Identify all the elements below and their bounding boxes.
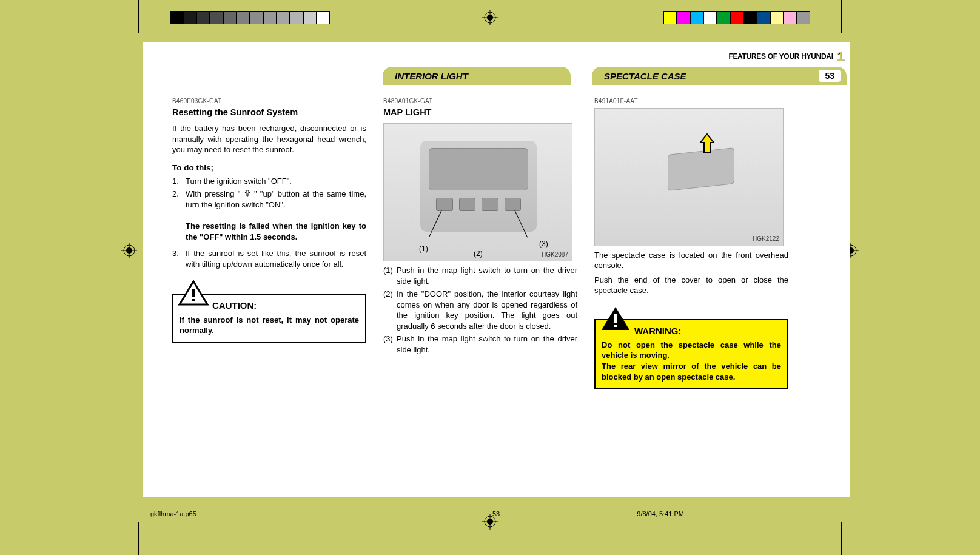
- crop-mark: [841, 0, 842, 33]
- registration-mark-icon: [482, 10, 498, 25]
- svg-rect-18: [614, 314, 617, 323]
- column-spectacle-case: B491A01F-AAT HGK2122 The spectacle case …: [594, 97, 788, 389]
- callout-item: (1)Push in the map light switch to turn …: [383, 265, 577, 286]
- svg-rect-19: [614, 325, 617, 327]
- document-page: FEATURES OF YOUR HYUNDAI 1 INTERIOR LIGH…: [143, 42, 850, 497]
- svg-rect-16: [192, 289, 195, 297]
- grayscale-colorbar: [170, 11, 330, 24]
- callout-item: (3)Push in the map light switch to turn …: [383, 334, 577, 355]
- column-sunroof-reset: B460E03GK-GAT Resetting the Sunroof Syst…: [172, 97, 366, 343]
- procedure-code: B480A01GK-GAT: [383, 97, 577, 106]
- callout-label: (2): [474, 249, 483, 258]
- section-heading: Resetting the Sunroof System: [172, 107, 366, 119]
- caution-text: If the sunroof is not reset, it may not …: [180, 315, 359, 336]
- footer-page: 53: [492, 510, 500, 517]
- crop-mark: [109, 517, 137, 517]
- step-item: 1.Turn the ignition switch "OFF".: [172, 176, 366, 187]
- warning-triangle-icon: [600, 306, 631, 332]
- body-text: If the battery has been recharged, disco…: [172, 123, 366, 155]
- crop-mark: [138, 0, 139, 33]
- push-arrow-icon: [698, 133, 716, 158]
- up-arrow-icon: [244, 189, 251, 200]
- column-map-light: B480A01GK-GAT MAP LIGHT (1) (2) (3) HGK2…: [383, 97, 577, 357]
- reset-failure-note: The resetting is failed when the ignitio…: [186, 221, 366, 241]
- warning-box: WARNING: Do not open the spectacle case …: [594, 319, 788, 389]
- crop-mark: [843, 517, 871, 517]
- process-colorbar: [663, 11, 810, 24]
- step-item: 2. With pressing " " "up" button at the …: [172, 189, 366, 242]
- crop-mark: [843, 38, 871, 38]
- page-header: FEATURES OF YOUR HYUNDAI 1: [728, 49, 850, 64]
- caution-label: CAUTION:: [212, 300, 359, 312]
- body-text: Push the end of the cover to open or clo…: [594, 275, 788, 296]
- warning-text: The rear view mirror of the vehicle can …: [602, 361, 781, 382]
- chapter-number: 1: [837, 49, 844, 64]
- callout-label: (3): [539, 239, 548, 249]
- callout-label: (1): [419, 244, 428, 254]
- section-tab-label: SPECTACLE CASE: [604, 71, 686, 81]
- footer-timestamp: 9/8/04, 5:41 PM: [637, 510, 684, 517]
- section-tab-label: INTERIOR LIGHT: [395, 71, 468, 81]
- breadcrumb: FEATURES OF YOUR HYUNDAI: [728, 52, 833, 61]
- procedure-code: B491A01F-AAT: [594, 97, 788, 106]
- procedure-code: B460E03GK-GAT: [172, 97, 366, 106]
- body-text: The spectacle case is located on the fro…: [594, 250, 788, 271]
- figure-spectacle-case: HGK2122: [594, 108, 784, 246]
- figure-map-light: (1) (2) (3) HGK2087: [383, 123, 572, 261]
- footer-filename: gkflhma-1a.p65: [150, 510, 196, 517]
- figure-code: HGK2087: [542, 251, 568, 259]
- crop-mark: [138, 522, 139, 555]
- page-number: 53: [819, 70, 841, 82]
- warning-text: Do not open the spectacle case while the…: [602, 340, 781, 361]
- caution-triangle-icon: [178, 280, 209, 307]
- figure-code: HGK2122: [753, 235, 779, 243]
- step-list: 1.Turn the ignition switch "OFF". 2. Wit…: [172, 176, 366, 269]
- print-footer: gkflhma-1a.p65 53 9/8/04, 5:41 PM: [150, 510, 842, 517]
- crop-mark: [109, 38, 137, 38]
- callout-list: (1)Push in the map light switch to turn …: [383, 265, 577, 355]
- section-tab-interior-light: INTERIOR LIGHT: [383, 67, 571, 85]
- step-item: 3.If the sunroof is set like this, the s…: [172, 248, 366, 269]
- section-tab-spectacle-case: SPECTACLE CASE 53: [592, 67, 847, 85]
- registration-mark-icon: [121, 243, 137, 258]
- callout-item: (2)In the "DOOR" position, the interior …: [383, 289, 577, 331]
- crop-mark: [841, 522, 842, 555]
- warning-label: WARNING:: [634, 325, 781, 337]
- subsection-heading: To do this;: [172, 163, 366, 173]
- caution-box: CAUTION: If the sunroof is not reset, it…: [172, 294, 366, 343]
- svg-rect-17: [192, 299, 195, 301]
- section-heading: MAP LIGHT: [383, 107, 577, 119]
